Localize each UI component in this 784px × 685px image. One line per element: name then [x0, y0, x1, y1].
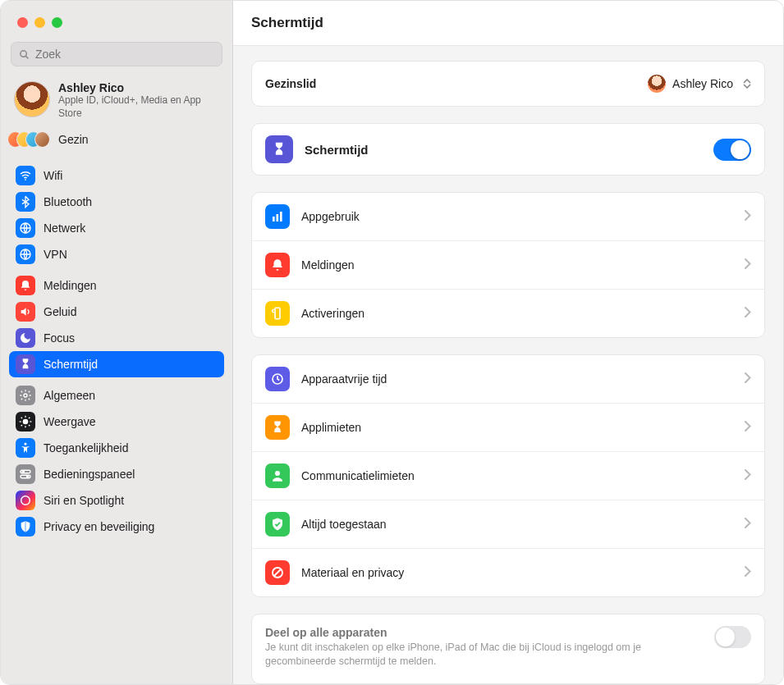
family-member-row[interactable]: Gezinslid Ashley Rico — [252, 62, 764, 106]
svg-point-20 — [21, 496, 30, 505]
limits-section: Apparaatvrije tijdApplimietenCommunicati… — [251, 354, 765, 597]
nav-row-label: Activeringen — [301, 307, 364, 320]
close-icon[interactable] — [17, 17, 28, 28]
sidebar-item-label: Geluid — [44, 305, 76, 318]
appusage-icon — [265, 204, 290, 229]
avatar-icon — [648, 75, 666, 93]
main-panel: Schermtijd Gezinslid Ashley Rico — [233, 1, 783, 684]
pickups-icon — [265, 301, 290, 326]
family-card: Gezinslid Ashley Rico — [251, 61, 765, 107]
family-avatars — [14, 131, 50, 148]
search-field[interactable] — [11, 42, 222, 66]
controlcenter-icon — [16, 464, 35, 484]
sidebar-item-label: Schermtijd — [44, 358, 98, 371]
sidebar-item-label: Bedieningspaneel — [44, 468, 135, 481]
sidebar-item-focus[interactable]: Focus — [9, 325, 224, 351]
nav-row-appusage[interactable]: Appgebruik — [252, 193, 764, 240]
chevron-right-icon — [745, 258, 751, 272]
allowed-icon — [265, 512, 290, 537]
sidebar-item-vpn[interactable]: VPN — [9, 241, 224, 267]
sidebar-item-label: Meldingen — [44, 279, 97, 292]
svg-line-12 — [29, 425, 30, 426]
sidebar-item-label: Bluetooth — [44, 195, 92, 208]
svg-line-1 — [25, 56, 28, 58]
sidebar-item-privacy[interactable]: Privacy en beveiliging — [9, 514, 224, 540]
wifi-icon — [16, 166, 35, 185]
sidebar-item-label: Siri en Spotlight — [44, 494, 124, 507]
commlimits-icon — [265, 464, 290, 488]
family-member-select[interactable]: Ashley Rico — [648, 75, 751, 93]
usage-section: AppgebruikMeldingenActiveringen — [251, 192, 765, 338]
vpn-icon — [16, 244, 35, 264]
family-label: Gezin — [58, 133, 89, 146]
sidebar-item-screentime[interactable]: Schermtijd — [9, 351, 224, 377]
sidebar-item-display[interactable]: Weergave — [9, 409, 224, 435]
search-icon — [18, 48, 30, 61]
bluetooth-icon — [16, 192, 35, 212]
chevron-right-icon — [745, 209, 751, 224]
screentime-toggle-card: Schermtijd — [251, 123, 765, 176]
nav-row-downtime[interactable]: Apparaatvrije tijd — [252, 355, 764, 403]
sidebar-item-accessibility[interactable]: Toegankelijkheid — [9, 435, 224, 461]
nav-row-content[interactable]: Materiaal en privacy — [252, 548, 764, 596]
general-icon — [16, 386, 35, 405]
notifications-icon — [265, 253, 290, 277]
content-icon — [265, 560, 290, 585]
svg-line-13 — [21, 425, 22, 426]
screentime-label: Schermtijd — [305, 143, 369, 157]
apple-id-row[interactable]: Ashley Rico Apple ID, iCloud+, Media en … — [9, 78, 224, 128]
sidebar-item-wifi[interactable]: Wifi — [9, 162, 224, 189]
siri-icon — [16, 491, 35, 510]
privacy-icon — [16, 517, 35, 537]
downtime-icon — [265, 367, 290, 391]
svg-rect-23 — [280, 212, 282, 221]
sidebar-item-bluetooth[interactable]: Bluetooth — [9, 189, 224, 215]
screentime-toggle[interactable] — [713, 139, 751, 161]
sidebar-item-controlcenter[interactable]: Bedieningspaneel — [9, 461, 224, 487]
share-row: Deel op alle apparaten Je kunt dit insch… — [252, 614, 764, 683]
accessibility-icon — [16, 438, 35, 458]
search-input[interactable] — [35, 48, 215, 61]
sidebar-item-family[interactable]: Gezin — [9, 128, 224, 158]
svg-rect-21 — [273, 217, 275, 221]
sidebar-item-label: Weergave — [44, 415, 96, 428]
window-controls — [17, 17, 62, 28]
svg-point-5 — [24, 394, 27, 397]
sidebar-item-network[interactable]: Netwerk — [9, 215, 224, 241]
svg-point-15 — [25, 443, 27, 445]
sidebar: Ashley Rico Apple ID, iCloud+, Media en … — [1, 1, 233, 684]
nav-row-commlimits[interactable]: Communicatielimieten — [252, 451, 764, 500]
page-title: Schermtijd — [251, 15, 323, 31]
avatar — [14, 81, 50, 117]
share-title: Deel op alle apparaten — [265, 626, 688, 639]
minimize-icon[interactable] — [34, 17, 45, 28]
sidebar-item-notifications[interactable]: Meldingen — [9, 272, 224, 299]
nav-row-pickups[interactable]: Activeringen — [252, 289, 764, 337]
chevron-right-icon — [745, 517, 751, 532]
svg-line-11 — [21, 418, 22, 418]
family-member-label: Gezinslid — [265, 77, 316, 90]
nav-row-applimits[interactable]: Applimieten — [252, 403, 764, 451]
sidebar-item-label: Algemeen — [44, 389, 95, 402]
svg-point-0 — [21, 50, 27, 57]
fullscreen-icon[interactable] — [52, 17, 62, 28]
sidebar-item-label: Wifi — [44, 169, 62, 182]
nav-row-notifications[interactable]: Meldingen — [252, 240, 764, 289]
focus-icon — [16, 328, 35, 348]
svg-line-28 — [274, 569, 282, 577]
sidebar-item-general[interactable]: Algemeen — [9, 382, 224, 409]
share-toggle — [714, 626, 751, 648]
sound-icon — [16, 302, 35, 322]
sidebar-item-label: VPN — [44, 248, 67, 261]
sidebar-item-siri[interactable]: Siri en Spotlight — [9, 487, 224, 514]
settings-window: Ashley Rico Apple ID, iCloud+, Media en … — [0, 0, 784, 685]
chevron-right-icon — [745, 420, 751, 435]
account-name: Ashley Rico — [58, 81, 219, 94]
share-desc: Je kunt dit inschakelen op elke iPhone, … — [265, 641, 688, 669]
nav-row-allowed[interactable]: Altijd toegestaan — [252, 500, 764, 548]
sidebar-item-label: Focus — [44, 331, 75, 345]
sidebar-item-sound[interactable]: Geluid — [9, 299, 224, 325]
chevron-right-icon — [745, 468, 751, 483]
nav-row-label: Materiaal en privacy — [301, 566, 404, 579]
svg-point-2 — [25, 179, 26, 180]
